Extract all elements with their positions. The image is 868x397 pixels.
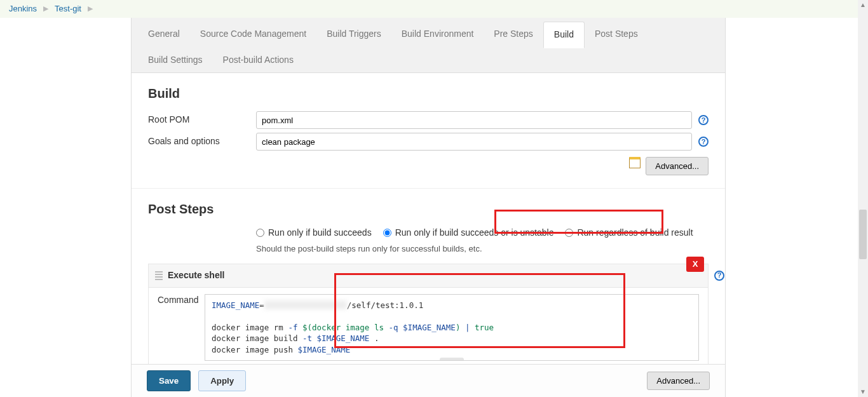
label-goals: Goals and options — [148, 135, 256, 148]
scrollbar-thumb[interactable] — [859, 210, 867, 259]
label-root-pom: Root POM — [148, 114, 256, 126]
help-icon[interactable]: ? — [698, 115, 709, 125]
input-root-pom[interactable] — [256, 111, 692, 129]
redacted-registry — [264, 300, 347, 309]
chevron-right-icon: ▶ — [43, 4, 48, 13]
tab-post-build-actions[interactable]: Post-build Actions — [213, 48, 304, 73]
help-icon[interactable]: ? — [714, 271, 724, 281]
save-button[interactable]: Save — [147, 370, 191, 391]
tab-build-environment[interactable]: Build Environment — [391, 22, 484, 48]
tab-build-triggers[interactable]: Build Triggers — [316, 22, 391, 48]
section-build: Build Root POM ? Goals and options ? Adv… — [132, 73, 725, 189]
scrollbar-down-arrow[interactable]: ▼ — [858, 387, 868, 397]
advanced-button[interactable]: Advanced... — [646, 157, 709, 175]
radio-unstable[interactable] — [383, 229, 391, 237]
radio-regardless-text: Run regardless of build result — [577, 227, 693, 239]
config-form: General Source Code Management Build Tri… — [131, 18, 726, 396]
tab-scm[interactable]: Source Code Management — [190, 22, 316, 48]
footer-actions: Save Apply Advanced... — [131, 364, 726, 397]
radio-unstable-label[interactable]: Run only if build succeeds or is unstabl… — [383, 227, 554, 239]
chevron-right-icon: ▶ — [88, 4, 93, 13]
section-title-post-steps: Post Steps — [148, 200, 709, 218]
tab-build[interactable]: Build — [543, 22, 585, 48]
radio-succeeds-text: Run only if build succeeds — [268, 227, 372, 239]
command-textarea[interactable]: IMAGE_NAME=/self/test:1.0.1 docker image… — [205, 294, 699, 361]
resize-handle[interactable] — [440, 358, 464, 361]
tab-post-steps[interactable]: Post Steps — [585, 22, 648, 48]
apply-button[interactable]: Apply — [198, 370, 246, 391]
radio-succeeds[interactable] — [256, 229, 264, 237]
section-title-build: Build — [148, 84, 709, 102]
radio-unstable-text: Run only if build succeeds or is unstabl… — [395, 227, 554, 239]
post-steps-hint: Should the post-build steps run only for… — [256, 243, 709, 255]
breadcrumb: Jenkins ▶ Test-git ▶ — [0, 0, 868, 18]
breadcrumb-job[interactable]: Test-git — [55, 3, 81, 15]
input-goals[interactable] — [256, 133, 692, 151]
scrollbar-up-arrow[interactable]: ▲ — [858, 0, 868, 10]
tab-general[interactable]: General — [138, 22, 190, 48]
step-title: Execute shell — [168, 269, 225, 282]
tabs: General Source Code Management Build Tri… — [132, 18, 725, 73]
radio-succeeds-label[interactable]: Run only if build succeeds — [256, 227, 372, 239]
radio-regardless-label[interactable]: Run regardless of build result — [565, 227, 693, 239]
tab-pre-steps[interactable]: Pre Steps — [484, 22, 543, 48]
delete-step-button[interactable]: X — [686, 257, 704, 272]
vertical-scrollbar[interactable]: ▲ ▼ — [858, 0, 868, 397]
radio-regardless[interactable] — [565, 229, 573, 237]
tab-build-settings[interactable]: Build Settings — [138, 48, 213, 73]
breadcrumb-jenkins[interactable]: Jenkins — [9, 3, 37, 15]
label-command: Command — [158, 294, 205, 307]
edit-icon — [629, 157, 641, 168]
help-icon[interactable]: ? — [698, 137, 709, 147]
drag-handle[interactable] — [155, 271, 163, 280]
advanced-button[interactable]: Advanced... — [647, 372, 710, 390]
